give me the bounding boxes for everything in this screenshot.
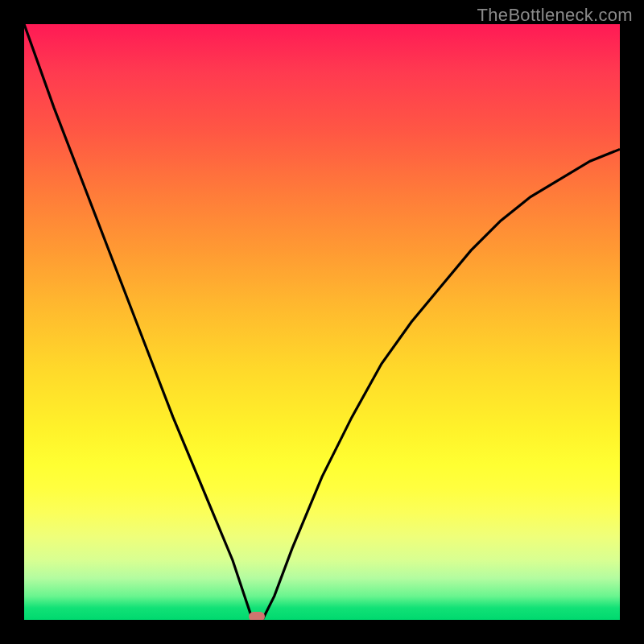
bottleneck-marker [249,612,265,620]
watermark-text: TheBottleneck.com [477,5,633,26]
curve-svg [24,24,620,620]
curve-path [24,24,620,620]
plot-area [24,24,620,620]
chart-frame: TheBottleneck.com [0,0,644,644]
